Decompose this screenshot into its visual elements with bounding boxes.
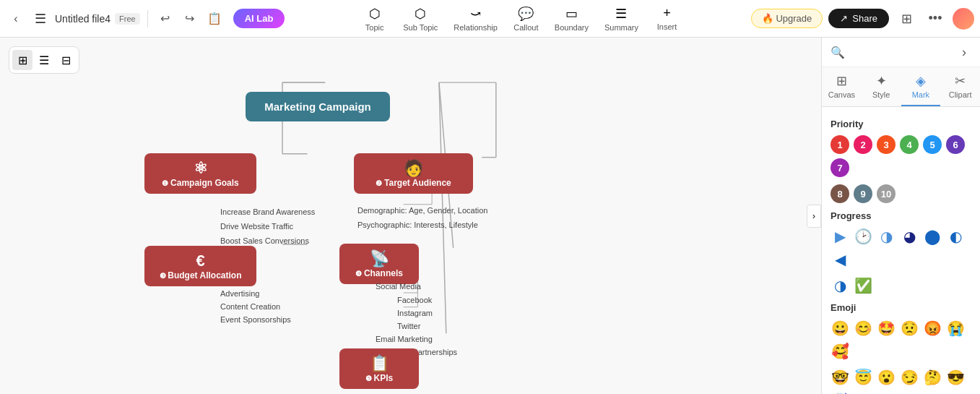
progress-row: ▶ 🕑 ◑ ◕ ⬤ ◐ ◀ — [831, 227, 971, 269]
tab-canvas[interactable]: ⊞ Canvas — [822, 67, 862, 106]
insert-label: Insert — [657, 22, 677, 31]
more-button[interactable]: ••• — [924, 7, 947, 30]
tool-boundary[interactable]: ▭ Boundary — [547, 3, 596, 35]
emoji-13[interactable]: 😎 — [946, 368, 965, 387]
main-content: ⊞ ☰ ⊟ — [0, 38, 980, 394]
ch-child-5: Email Marketing — [376, 335, 433, 343]
search-button[interactable]: 🔍 — [828, 42, 848, 62]
upgrade-button[interactable]: 🔥 Upgrade — [751, 9, 823, 28]
progress-check[interactable]: ✅ — [854, 276, 872, 295]
progress-pie1[interactable]: 🕑 — [854, 227, 872, 246]
tool-callout[interactable]: 💬 Callout — [506, 3, 546, 35]
share-icon: ↗ — [840, 13, 848, 24]
emoji-section-title: Emoji — [831, 302, 971, 313]
topic-label: Topic — [365, 23, 384, 32]
emoji-1[interactable]: 😀 — [831, 319, 849, 338]
emoji-4[interactable]: 😟 — [900, 319, 919, 338]
progress-half[interactable]: ◐ — [946, 227, 965, 246]
tab-mark[interactable]: ◈ Mark — [901, 67, 941, 106]
mindmap-container: Marketing Campaign ⚛ ❶ Campaign Goals In… — [22, 74, 742, 387]
grid-button[interactable]: ⊞ — [895, 7, 918, 30]
progress-section-title: Progress — [831, 210, 971, 221]
canvas-tab-icon: ⊞ — [836, 73, 847, 89]
save-button[interactable]: 📋 — [204, 9, 225, 29]
tool-topic[interactable]: ⬡ Topic — [355, 3, 394, 35]
emoji-9[interactable]: 😇 — [854, 368, 872, 387]
priority-row: 1 2 3 4 5 6 7 — [831, 135, 971, 177]
canvas-tab-label: Canvas — [828, 90, 855, 99]
priority-8[interactable]: 8 — [831, 184, 849, 203]
node-target-audience[interactable]: 🧑 ❷ Target Audience — [354, 153, 473, 194]
emoji-5[interactable]: 😡 — [923, 319, 942, 338]
divider-1 — [147, 10, 148, 27]
priority-3[interactable]: 3 — [877, 135, 896, 154]
boundary-label: Boundary — [555, 23, 589, 32]
priority-1[interactable]: 1 — [831, 135, 849, 154]
node-kpis[interactable]: 📋 ❺ KPIs — [339, 348, 419, 389]
progress-pie3[interactable]: ◕ — [900, 227, 919, 246]
tool-relationship[interactable]: ⤻ Relationship — [446, 3, 505, 35]
ai-lab-button[interactable]: AI Lab — [233, 9, 285, 28]
priority-2[interactable]: 2 — [854, 135, 872, 154]
tool-insert[interactable]: + Insert — [647, 3, 687, 34]
mini-toolbar: ⊞ ☰ ⊟ — [9, 46, 79, 74]
priority-10[interactable]: 10 — [877, 184, 896, 203]
channels-icon: 📡 — [348, 249, 410, 268]
node-campaign-goals[interactable]: ⚛ ❶ Campaign Goals — [144, 153, 256, 194]
node-budget[interactable]: € ❸ Budget Allocation — [144, 246, 256, 286]
toolbar: ‹ ☰ Untitled file4 Free ↩ ↪ 📋 AI Lab ⬡ T… — [0, 0, 980, 38]
node-channels[interactable]: 📡 ❹ Channels — [339, 244, 419, 284]
back-button[interactable]: ‹ — [6, 9, 26, 29]
priority-9[interactable]: 9 — [854, 184, 872, 203]
sidebar-search-row: 🔍 › — [822, 38, 980, 67]
tool-summary[interactable]: ☰ Summary — [597, 3, 646, 35]
mini-table-btn[interactable]: ⊞ — [12, 50, 32, 70]
target-audience-icon: 🧑 — [363, 159, 464, 178]
progress-play[interactable]: ▶ — [831, 227, 849, 246]
progress-pie4[interactable]: ◑ — [831, 276, 849, 295]
priority-section-title: Priority — [831, 119, 971, 129]
share-button[interactable]: ↗ Share — [828, 9, 889, 28]
tool-subtopic[interactable]: ⬡ Sub Topic — [396, 3, 445, 35]
priority-4[interactable]: 4 — [900, 135, 919, 154]
mini-layout-btn[interactable]: ⊟ — [56, 50, 76, 70]
priority-5[interactable]: 5 — [923, 135, 942, 154]
budget-child-3: Event Sponsorships — [220, 315, 291, 324]
tab-clipart[interactable]: ✂ Clipart — [940, 67, 980, 106]
menu-button[interactable]: ☰ — [30, 9, 51, 29]
emoji-10[interactable]: 😮 — [877, 368, 896, 387]
emoji-11[interactable]: 😏 — [900, 368, 919, 387]
root-node[interactable]: Marketing Campaign — [246, 92, 390, 121]
undo-button[interactable]: ↩ — [155, 9, 175, 29]
canvas-area[interactable]: ⊞ ☰ ⊟ — [0, 38, 821, 394]
progress-arrow[interactable]: ◀ — [831, 250, 849, 269]
avatar[interactable] — [953, 8, 974, 30]
style-tab-label: Style — [872, 90, 890, 99]
emoji-8[interactable]: 🤓 — [831, 368, 849, 387]
progress-full[interactable]: ⬤ — [923, 227, 942, 246]
emoji-6[interactable]: 😭 — [946, 319, 965, 338]
budget-child-1: Advertising — [220, 289, 259, 298]
emoji-3[interactable]: 🤩 — [877, 319, 896, 338]
clipart-tab-icon: ✂ — [955, 73, 966, 89]
collapse-panel-button[interactable]: › — [807, 205, 821, 228]
tab-style[interactable]: ✦ Style — [862, 67, 901, 106]
progress-pie2[interactable]: ◑ — [877, 227, 896, 246]
redo-button[interactable]: ↪ — [180, 9, 200, 29]
emoji-14[interactable]: 🤯 — [831, 391, 849, 394]
emoji-7[interactable]: 🥰 — [831, 342, 849, 361]
kpis-label: ❺ KPIs — [348, 373, 410, 383]
emoji-2[interactable]: 😊 — [854, 319, 872, 338]
relationship-label: Relationship — [454, 23, 498, 32]
kpis-icon: 📋 — [348, 354, 410, 373]
priority-6[interactable]: 6 — [946, 135, 965, 154]
callout-label: Callout — [513, 23, 538, 32]
toolbar-left: ‹ ☰ Untitled file4 Free ↩ ↪ 📋 — [6, 9, 225, 29]
mini-list-btn[interactable]: ☰ — [34, 50, 54, 70]
priority-row-2: 8 9 10 — [831, 184, 971, 203]
summary-label: Summary — [604, 23, 638, 32]
sidebar-collapse-button[interactable]: › — [954, 42, 974, 62]
priority-7[interactable]: 7 — [831, 158, 849, 177]
ch-child-1: Social Media — [376, 282, 421, 291]
emoji-12[interactable]: 🤔 — [923, 368, 942, 387]
